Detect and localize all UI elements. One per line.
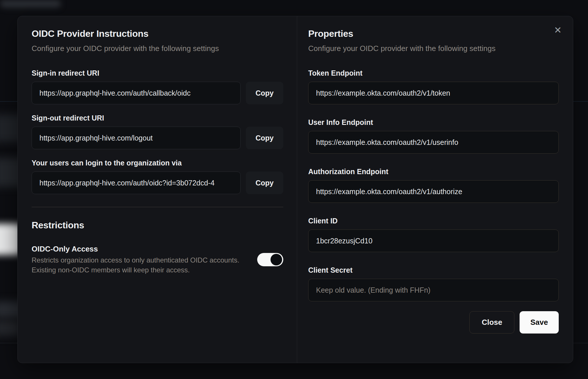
copy-login-url-button[interactable]: Copy bbox=[246, 172, 283, 194]
properties-subtitle: Configure your OIDC provider with the fo… bbox=[308, 44, 559, 53]
oidc-only-access-info: OIDC-Only Access Restricts organization … bbox=[32, 244, 248, 275]
toggle-thumb-icon bbox=[271, 254, 282, 265]
save-button[interactable]: Save bbox=[520, 311, 559, 334]
client-secret-label: Client Secret bbox=[308, 266, 559, 275]
close-icon[interactable]: ✕ bbox=[551, 24, 564, 37]
user-info-endpoint-label: User Info Endpoint bbox=[308, 118, 559, 127]
login-url-label: Your users can login to the organization… bbox=[32, 158, 283, 167]
oidc-only-access-toggle[interactable] bbox=[257, 253, 283, 266]
client-id-input[interactable] bbox=[308, 229, 559, 252]
user-info-endpoint-input[interactable] bbox=[308, 131, 559, 154]
client-id-field: Client ID bbox=[308, 216, 559, 252]
token-endpoint-label: Token Endpoint bbox=[308, 69, 559, 78]
sign-out-redirect-input[interactable] bbox=[32, 127, 241, 149]
properties-title: Properties bbox=[308, 28, 559, 40]
instructions-column: OIDC Provider Instructions Configure you… bbox=[18, 16, 297, 363]
authorization-endpoint-field: Authorization Endpoint bbox=[308, 167, 559, 203]
oidc-settings-modal: OIDC Provider Instructions Configure you… bbox=[17, 16, 573, 363]
token-endpoint-input[interactable] bbox=[308, 82, 559, 104]
oidc-only-access-row: OIDC-Only Access Restricts organization … bbox=[32, 244, 283, 275]
client-secret-input[interactable] bbox=[308, 279, 559, 301]
client-id-label: Client ID bbox=[308, 216, 559, 225]
sign-out-redirect-label: Sign-out redirect URI bbox=[32, 114, 283, 123]
authorization-endpoint-label: Authorization Endpoint bbox=[308, 167, 559, 176]
modal-footer: Close Save bbox=[308, 311, 559, 334]
user-info-endpoint-field: User Info Endpoint bbox=[308, 118, 559, 154]
sign-in-redirect-input[interactable] bbox=[32, 82, 241, 104]
token-endpoint-field: Token Endpoint bbox=[308, 69, 559, 104]
restrictions-divider bbox=[32, 207, 283, 207]
copy-sign-out-redirect-button[interactable]: Copy bbox=[246, 127, 283, 149]
instructions-subtitle: Configure your OIDC provider with the fo… bbox=[32, 44, 283, 53]
oidc-only-access-description: Restricts organization access to only au… bbox=[32, 255, 240, 275]
authorization-endpoint-input[interactable] bbox=[308, 180, 559, 203]
client-secret-field: Client Secret bbox=[308, 266, 559, 301]
properties-column: ✕ Properties Configure your OIDC provide… bbox=[297, 16, 573, 363]
sign-in-redirect-field: Sign-in redirect URI Copy bbox=[32, 69, 283, 104]
copy-sign-in-redirect-button[interactable]: Copy bbox=[246, 82, 283, 104]
login-url-field: Your users can login to the organization… bbox=[32, 158, 283, 194]
restrictions-title: Restrictions bbox=[32, 219, 283, 232]
oidc-only-access-label: OIDC-Only Access bbox=[32, 244, 248, 254]
blurred-topbar-fragment bbox=[0, 0, 61, 8]
instructions-title: OIDC Provider Instructions bbox=[32, 28, 283, 40]
login-url-input[interactable] bbox=[32, 172, 241, 194]
sign-out-redirect-field: Sign-out redirect URI Copy bbox=[32, 114, 283, 149]
close-button[interactable]: Close bbox=[469, 311, 514, 334]
sign-in-redirect-label: Sign-in redirect URI bbox=[32, 69, 283, 78]
